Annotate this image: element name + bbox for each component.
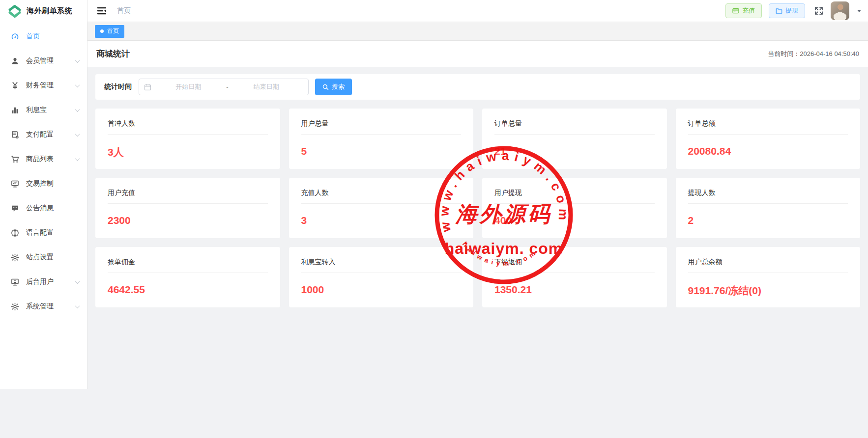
sidebar-item-8[interactable]: 公告消息 bbox=[0, 196, 87, 220]
sidebar-item-label: 利息宝 bbox=[26, 106, 76, 114]
stat-card-1: 首冲人数 3人 bbox=[95, 109, 280, 169]
end-date-placeholder[interactable]: 结束日期 bbox=[230, 82, 303, 91]
logo-row: 海外刷单系统 bbox=[0, 0, 87, 22]
stat-card-value: 5 bbox=[301, 145, 462, 157]
stat-card-label: 用户充值 bbox=[108, 189, 268, 197]
stat-card-value: 2 bbox=[688, 215, 848, 226]
stat-card-label: 订单总额 bbox=[688, 119, 848, 128]
site-settings-icon bbox=[11, 253, 19, 262]
system-icon bbox=[11, 302, 19, 311]
language-icon bbox=[11, 229, 19, 237]
stat-card-label: 下级返佣 bbox=[494, 258, 655, 267]
stat-card-label: 提现人数 bbox=[688, 189, 848, 197]
main-area: 首页 充值 提现 bbox=[87, 0, 868, 438]
stat-card-9: 抢单佣金 4642.55 bbox=[95, 247, 280, 307]
tab-home-label: 首页 bbox=[107, 27, 119, 35]
stat-card-5: 用户充值 2300 bbox=[95, 178, 280, 238]
current-time-value: 2026-04-16 04:50:40 bbox=[800, 50, 859, 57]
sidebar-item-10[interactable]: 站点设置 bbox=[0, 245, 87, 270]
sidebar-item-6[interactable]: 商品列表 bbox=[0, 147, 87, 171]
stat-card-label: 用户总量 bbox=[301, 119, 462, 128]
page-header: 商城统计 当前时间：2026-04-16 04:50:40 bbox=[87, 41, 868, 67]
sidebar-item-4[interactable]: 利息宝 bbox=[0, 98, 87, 122]
search-button-label: 搜索 bbox=[332, 82, 345, 91]
sidebar-item-1[interactable]: 首页 bbox=[0, 24, 87, 49]
sidebar-item-label: 首页 bbox=[26, 32, 76, 41]
stat-card-4: 订单总额 20080.84 bbox=[676, 109, 861, 169]
sidebar-menu: 首页 会员管理 财务管理 利息宝 支付配置 商品列表 交易控制 公告消息 bbox=[0, 22, 87, 319]
stat-card-2: 用户总量 5 bbox=[289, 109, 474, 169]
stat-card-value: 2300 bbox=[108, 215, 268, 226]
sidebar-item-label: 财务管理 bbox=[26, 81, 76, 90]
dashboard-icon bbox=[11, 32, 19, 41]
stat-card-label: 用户提现 bbox=[494, 189, 655, 197]
date-range-separator: - bbox=[225, 83, 229, 91]
app-title: 海外刷单系统 bbox=[27, 6, 72, 16]
chevron-down-icon bbox=[75, 279, 80, 284]
stat-card-label: 利息宝转入 bbox=[301, 258, 462, 267]
sidebar-item-label: 交易控制 bbox=[26, 179, 76, 188]
stat-card-value: 3人 bbox=[108, 145, 268, 159]
chevron-down-icon bbox=[75, 58, 80, 63]
stat-card-divider bbox=[108, 134, 268, 135]
stat-card-value: 1350.21 bbox=[494, 284, 655, 296]
stat-card-divider bbox=[688, 203, 848, 204]
sidebar-item-9[interactable]: 语言配置 bbox=[0, 220, 87, 245]
payment-icon bbox=[11, 131, 19, 139]
breadcrumb[interactable]: 首页 bbox=[117, 6, 131, 15]
fold-menu-icon[interactable] bbox=[96, 5, 107, 16]
stat-card-label: 首冲人数 bbox=[108, 119, 268, 128]
search-button[interactable]: 搜索 bbox=[315, 79, 352, 95]
withdraw-button[interactable]: 提现 bbox=[769, 3, 805, 18]
content-area: 统计时间 开始日期 - 结束日期 搜索 bbox=[87, 67, 868, 438]
stat-card-divider bbox=[688, 273, 848, 273]
tab-home[interactable]: 首页 bbox=[95, 25, 124, 38]
stat-card-value: 20080.84 bbox=[688, 145, 848, 157]
sidebar-item-7[interactable]: 交易控制 bbox=[0, 171, 87, 196]
sidebar-item-3[interactable]: 财务管理 bbox=[0, 73, 87, 98]
sidebar-item-label: 系统管理 bbox=[26, 302, 76, 311]
stat-card-divider bbox=[688, 134, 848, 135]
stat-card-divider bbox=[108, 273, 268, 273]
stat-card-value: 4642.55 bbox=[108, 284, 268, 296]
chevron-down-icon bbox=[75, 107, 80, 112]
chevron-down-icon bbox=[75, 303, 80, 308]
stat-card-value: 400 bbox=[494, 215, 655, 226]
finance-icon bbox=[11, 82, 19, 90]
current-time: 当前时间：2026-04-16 04:50:40 bbox=[768, 50, 859, 58]
sidebar-item-12[interactable]: 系统管理 bbox=[0, 294, 87, 319]
recharge-button[interactable]: 充值 bbox=[725, 3, 762, 18]
stat-card-label: 订单总量 bbox=[494, 119, 655, 128]
stats-grid: 首冲人数 3人 用户总量 5 订单总量 21 订单总额 20080.84 用户充… bbox=[95, 109, 860, 307]
stat-card-12: 用户总余额 9191.76/冻结(0) bbox=[676, 247, 861, 307]
sidebar-item-label: 会员管理 bbox=[26, 56, 76, 65]
trade-icon bbox=[11, 180, 19, 188]
stat-card-value: 9191.76/冻结(0) bbox=[688, 284, 848, 298]
stat-card-6: 充值人数 3 bbox=[289, 178, 474, 238]
fullscreen-icon[interactable] bbox=[814, 6, 824, 16]
app-window: 海外刷单系统 首页 会员管理 财务管理 利息宝 支付配置 商品列表 交易控制 bbox=[0, 0, 868, 438]
sidebar-item-11[interactable]: 后台用户 bbox=[0, 270, 87, 294]
search-form: 统计时间 开始日期 - 结束日期 搜索 bbox=[95, 74, 860, 100]
user-avatar[interactable] bbox=[831, 1, 849, 20]
calendar-icon bbox=[144, 83, 151, 91]
caret-down-icon[interactable] bbox=[857, 10, 861, 12]
top-navbar: 首页 充值 提现 bbox=[87, 0, 868, 22]
announcement-icon bbox=[11, 204, 19, 213]
date-range-input[interactable]: 开始日期 - 结束日期 bbox=[139, 79, 309, 95]
sidebar-item-5[interactable]: 支付配置 bbox=[0, 122, 87, 147]
tabbar: 首页 bbox=[87, 22, 868, 41]
sidebar-item-label: 站点设置 bbox=[26, 253, 76, 262]
stat-card-label: 充值人数 bbox=[301, 189, 462, 197]
interest-icon bbox=[11, 106, 19, 114]
stat-card-8: 提现人数 2 bbox=[676, 178, 861, 238]
sidebar-item-2[interactable]: 会员管理 bbox=[0, 49, 87, 73]
tab-active-dot-icon bbox=[100, 29, 104, 33]
recharge-label: 充值 bbox=[742, 6, 755, 15]
stat-card-value: 21 bbox=[494, 145, 655, 157]
wallet-icon bbox=[776, 7, 782, 14]
search-form-label: 统计时间 bbox=[104, 82, 132, 91]
navbar-actions: 充值 提现 bbox=[725, 1, 861, 20]
start-date-placeholder[interactable]: 开始日期 bbox=[151, 82, 225, 91]
stat-card-label: 用户总余额 bbox=[688, 258, 848, 267]
